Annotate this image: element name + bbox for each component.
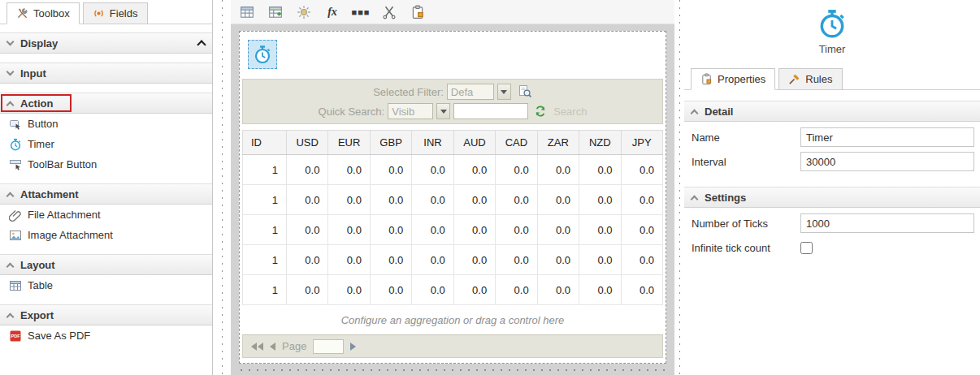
number-of-ticks-input[interactable] — [800, 213, 974, 233]
first-page-button[interactable] — [251, 343, 263, 351]
toolbox-item-label: Timer — [28, 138, 54, 150]
tab-toolbox[interactable]: Toolbox — [7, 2, 80, 24]
column-header[interactable]: USD — [287, 131, 328, 155]
left-splitter[interactable] — [213, 0, 231, 375]
designer-toolbar: fx ■■■ — [231, 0, 674, 24]
listview-control: Selected Filter: Defa — [242, 79, 663, 358]
table-cell: 0.0 — [621, 245, 663, 275]
section-label: Input — [20, 67, 46, 80]
table-cell: 0.0 — [412, 155, 453, 185]
section-header-detail[interactable]: Detail — [684, 101, 980, 122]
next-page-button[interactable] — [350, 343, 356, 351]
tab-rules[interactable]: Rules — [778, 68, 842, 90]
pdf-icon: PDF — [9, 330, 22, 343]
toolbox-sections: Display Input Action — [0, 24, 212, 375]
section-header-action[interactable]: Action — [0, 93, 212, 114]
column-header[interactable]: AUD — [453, 131, 495, 155]
column-header[interactable]: EUR — [328, 131, 370, 155]
filter-search-icon[interactable] — [518, 84, 532, 99]
name-input[interactable] — [800, 127, 974, 147]
button-icon — [9, 118, 22, 131]
table-cell: 1 — [243, 275, 287, 305]
toolbox-item-file-attachment[interactable]: File Attachment — [0, 205, 212, 225]
table-cell: 0.0 — [496, 275, 537, 305]
chevron-up-icon — [7, 312, 15, 321]
cut-icon[interactable] — [380, 3, 398, 21]
table-cell: 0.0 — [496, 215, 537, 245]
table-cell: 0.0 — [537, 215, 579, 245]
search-button[interactable]: Search — [553, 106, 587, 118]
scroll-up-icon[interactable] — [197, 40, 206, 49]
toolbox-item-table[interactable]: Table — [0, 275, 212, 295]
column-header[interactable]: ID — [243, 131, 287, 155]
paperclip-icon — [9, 209, 22, 222]
design-canvas[interactable]: Selected Filter: Defa — [239, 31, 666, 364]
toolbox-item-button[interactable]: Button — [0, 114, 212, 134]
column-header[interactable]: GBP — [370, 131, 411, 155]
selected-filter-dropdown-button[interactable] — [497, 84, 511, 100]
right-splitter[interactable] — [674, 0, 684, 375]
section-header-settings[interactable]: Settings — [684, 187, 980, 208]
table-cell: 0.0 — [496, 245, 537, 275]
quick-search-input[interactable] — [453, 103, 528, 119]
infinite-tick-checkbox[interactable] — [800, 242, 813, 254]
column-header[interactable]: ZAR — [537, 131, 579, 155]
selected-filter-dropdown[interactable]: Defa — [447, 84, 494, 100]
table-cell: 0.0 — [579, 185, 621, 215]
section-label: Display — [20, 37, 58, 50]
table-icon — [9, 279, 22, 292]
toolbox-item-timer[interactable]: Timer — [0, 134, 212, 154]
refresh-icon[interactable] — [534, 105, 547, 118]
previous-page-button[interactable] — [270, 343, 275, 351]
table-cell: 0.0 — [579, 275, 621, 305]
section-header-attachment[interactable]: Attachment — [0, 183, 212, 205]
interval-label: Interval — [692, 156, 800, 168]
column-header[interactable]: JPY — [621, 131, 663, 155]
tab-properties[interactable]: Properties — [691, 68, 775, 90]
section-header-display[interactable]: Display — [0, 32, 212, 54]
insert-listview-icon[interactable] — [238, 3, 256, 21]
properties-icon — [700, 73, 713, 85]
tab-properties-label: Properties — [718, 73, 765, 85]
toolbox-item-save-as-pdf[interactable]: PDF Save As PDF — [0, 325, 212, 346]
image-icon — [9, 229, 22, 242]
theme-icon[interactable] — [295, 3, 313, 21]
timer-icon — [9, 138, 22, 151]
section-header-export[interactable]: Export — [0, 304, 212, 325]
tab-fields[interactable]: Fields — [83, 2, 148, 24]
table-cell: 0.0 — [412, 245, 453, 275]
paste-icon[interactable] — [409, 3, 427, 21]
chevron-down-icon — [440, 110, 447, 114]
page-label: Page — [282, 340, 306, 352]
quick-search-dropdown-button[interactable] — [436, 103, 450, 119]
table-cell: 0.0 — [496, 155, 537, 185]
more-options-icon[interactable]: ■■■ — [352, 3, 370, 21]
table-cell: 0.0 — [537, 185, 579, 215]
section-label: Attachment — [20, 188, 79, 200]
create-listview-icon[interactable] — [267, 3, 284, 21]
table-cell: 0.0 — [412, 185, 453, 215]
listview-table: ID USD EUR GBP INR AUD CAD ZAR NZD JPY — [242, 130, 663, 305]
expression-icon[interactable]: fx — [323, 3, 341, 21]
quick-search-column-dropdown[interactable]: Visib — [388, 103, 433, 119]
table-cell: 1 — [243, 215, 287, 245]
interval-input[interactable] — [800, 152, 974, 171]
table-cell: 0.0 — [287, 215, 328, 245]
section-header-input[interactable]: Input — [0, 62, 212, 84]
properties-panel: Timer Properties — [684, 0, 980, 375]
toolbar-button-icon — [9, 158, 22, 171]
column-header[interactable]: INR — [412, 131, 453, 155]
toolbox-item-toolbar-button[interactable]: ToolBar Button — [0, 154, 212, 175]
column-header[interactable]: NZD — [579, 131, 621, 155]
table-cell: 0.0 — [537, 275, 579, 305]
chevron-up-icon — [7, 262, 15, 270]
section-header-layout[interactable]: Layout — [0, 254, 212, 275]
timer-control[interactable] — [248, 40, 277, 69]
table-cell: 0.0 — [328, 185, 370, 215]
ticks-field-row: Number of Ticks — [684, 211, 980, 235]
aggregation-hint: Configure an aggregation or drag a contr… — [242, 305, 663, 334]
toolbox-item-image-attachment[interactable]: Image Attachment — [0, 225, 212, 245]
column-header[interactable]: CAD — [496, 131, 537, 155]
page-input[interactable] — [313, 339, 344, 354]
infinite-tick-row: Infinite tick count — [684, 235, 980, 260]
